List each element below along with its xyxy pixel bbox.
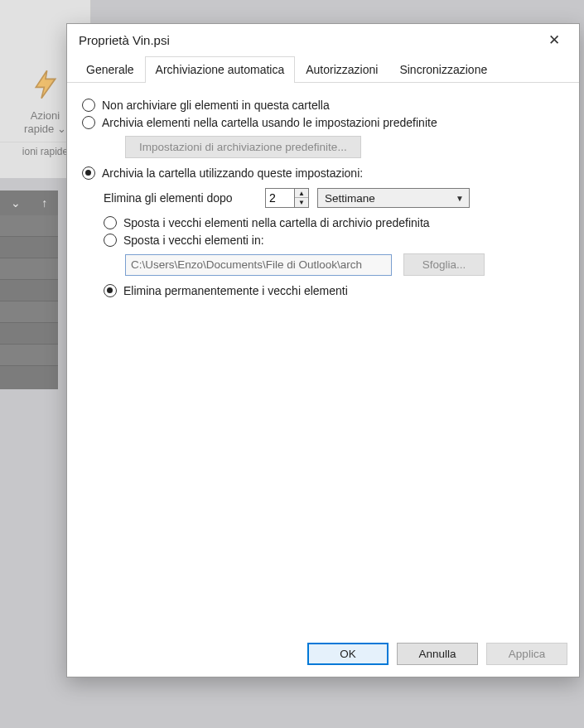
move-to-path-row: Sfoglia... [125, 253, 564, 276]
option-label: Archivia elementi nella cartella usando … [102, 116, 437, 129]
properties-dialog: Proprietà Vin.psi ✕ Generale Archiviazio… [66, 23, 580, 677]
tab-permissions[interactable]: Autorizzazioni [295, 56, 389, 83]
clean-after-input[interactable] [266, 189, 294, 207]
tab-general[interactable]: Generale [75, 56, 145, 83]
dialog-footer: OK Annulla Applica [67, 633, 579, 677]
dialog-titlebar: Proprietà Vin.psi ✕ [67, 24, 579, 55]
option-label: Archivia la cartella utilizzando queste … [102, 166, 363, 180]
tab-autoarchive[interactable]: Archiviazione automatica [145, 56, 296, 83]
ok-button[interactable]: OK [307, 643, 389, 665]
move-to-path-input [125, 254, 392, 276]
clean-after-label: Elimina gli elementi dopo [104, 191, 257, 205]
radio-icon [104, 284, 117, 297]
option-label: Elimina permanentemente i vecchi element… [123, 284, 348, 297]
radio-icon [104, 216, 117, 229]
clean-after-spinner[interactable]: ▲ ▼ [265, 188, 309, 208]
browse-button: Sfoglia... [403, 253, 485, 276]
close-icon: ✕ [548, 31, 560, 49]
radio-icon [82, 99, 95, 112]
tab-sync[interactable]: Sincronizzazione [389, 56, 498, 83]
spinner-up-icon[interactable]: ▲ [295, 189, 308, 198]
spinner-down-icon[interactable]: ▼ [295, 198, 308, 207]
option-delete-permanently[interactable]: Elimina permanentemente i vecchi element… [104, 284, 564, 297]
dialog-content: Non archiviare gli elementi in questa ca… [67, 83, 579, 633]
radio-icon [104, 234, 117, 247]
option-label: Non archiviare gli elementi in questa ca… [102, 99, 330, 112]
tab-strip: Generale Archiviazione automatica Autori… [67, 55, 579, 83]
apply-button: Applica [486, 643, 567, 665]
chevron-down-icon: ▼ [456, 194, 464, 203]
option-move-default[interactable]: Sposta i vecchi elementi nella cartella … [104, 216, 564, 229]
option-use-custom[interactable]: Archivia la cartella utilizzando queste … [82, 166, 564, 180]
dialog-title: Proprietà Vin.psi [79, 33, 170, 47]
radio-icon [82, 116, 95, 129]
radio-icon [82, 166, 95, 180]
close-button[interactable]: ✕ [538, 27, 571, 53]
option-move-to[interactable]: Sposta i vecchi elementi in: [104, 234, 564, 247]
option-label: Sposta i vecchi elementi in: [123, 234, 264, 247]
cancel-button[interactable]: Annulla [397, 643, 478, 665]
option-label: Sposta i vecchi elementi nella cartella … [123, 216, 430, 229]
clean-after-row: Elimina gli elementi dopo ▲ ▼ Settimane … [104, 188, 564, 208]
clean-after-unit-select[interactable]: Settimane ▼ [317, 188, 470, 208]
option-dont-archive[interactable]: Non archiviare gli elementi in questa ca… [82, 99, 564, 112]
default-settings-button: Impostazioni di archiviazione predefinit… [125, 136, 361, 158]
select-value: Settimane [325, 192, 375, 205]
option-use-default[interactable]: Archivia elementi nella cartella usando … [82, 116, 564, 129]
